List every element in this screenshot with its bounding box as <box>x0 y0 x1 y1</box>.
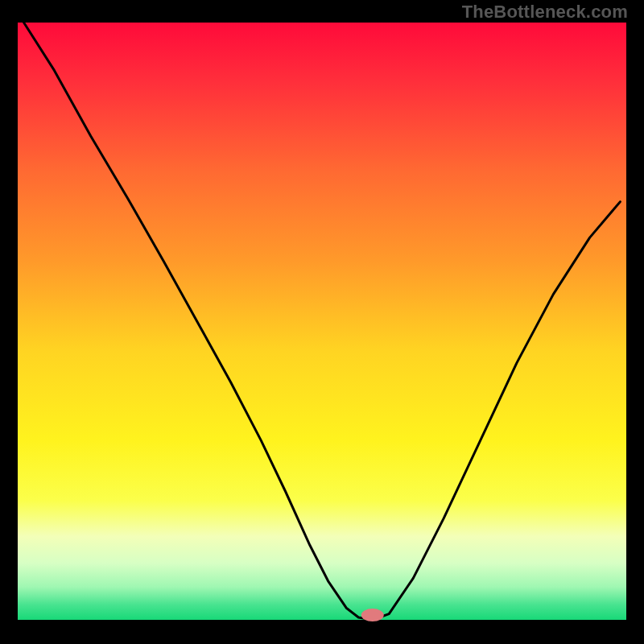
plot-background <box>18 23 626 620</box>
optimal-marker <box>361 609 384 621</box>
chart-frame: { "watermark": "TheBottleneck.com", "gra… <box>0 0 644 644</box>
bottleneck-chart <box>0 0 644 644</box>
